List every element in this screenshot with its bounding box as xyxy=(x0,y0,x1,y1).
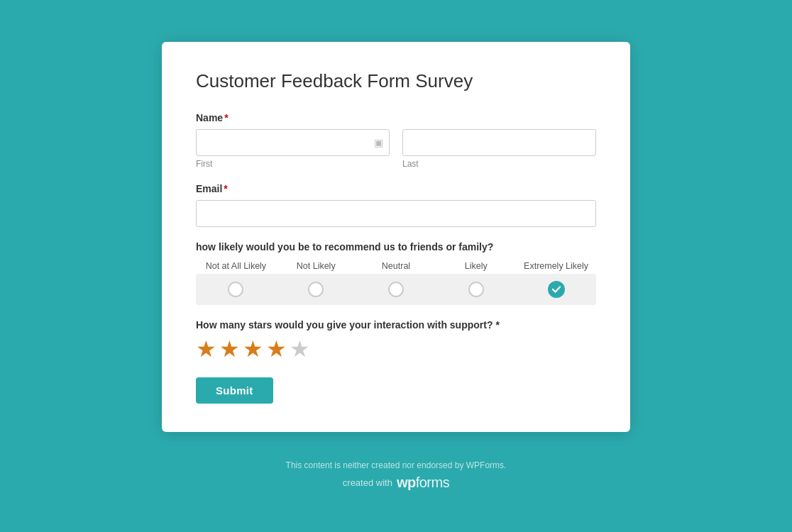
radio-circle-4-selected[interactable] xyxy=(548,281,565,298)
form-card: Customer Feedback Form Survey Name* ▣ Fi… xyxy=(162,42,630,432)
star-4[interactable]: ★ xyxy=(266,338,287,360)
name-required-star: * xyxy=(224,112,228,123)
email-field-group: Email* xyxy=(196,183,596,227)
radio-circle-2[interactable] xyxy=(388,282,404,297)
radio-circle-3[interactable] xyxy=(468,282,484,297)
first-input-wrapper: ▣ xyxy=(196,129,390,156)
option-label-3: Likely xyxy=(436,261,516,271)
page-wrapper: Customer Feedback Form Survey Name* ▣ Fi… xyxy=(0,0,792,532)
form-title: Customer Feedback Form Survey xyxy=(196,70,596,92)
submit-button[interactable]: Submit xyxy=(196,377,273,404)
radio-item-3[interactable] xyxy=(436,281,516,298)
option-label-4: Extremely Likely xyxy=(516,261,596,271)
likelihood-question: how likely would you be to recommend us … xyxy=(196,241,596,253)
name-label: Name* xyxy=(196,112,596,123)
first-sublabel: First xyxy=(196,159,390,169)
radio-item-0[interactable] xyxy=(196,281,276,298)
footer-disclaimer: This content is neither created nor endo… xyxy=(286,460,507,470)
star-2[interactable]: ★ xyxy=(219,338,240,360)
email-label: Email* xyxy=(196,183,596,194)
created-with-label: created with xyxy=(343,477,392,488)
radio-labels-row: Not at All Likely Not Likely Neutral Lik… xyxy=(196,261,596,271)
radio-circle-0[interactable] xyxy=(228,282,243,297)
radio-circle-1[interactable] xyxy=(308,282,324,297)
star-3[interactable]: ★ xyxy=(243,338,263,360)
radio-inputs-row xyxy=(196,274,596,305)
email-required-star: * xyxy=(224,183,227,194)
first-name-input[interactable] xyxy=(196,129,390,156)
name-field-group: Name* ▣ First Last xyxy=(196,112,596,169)
name-row: ▣ First Last xyxy=(196,129,596,169)
last-name-col: Last xyxy=(402,129,596,169)
likelihood-radio-group: Not at All Likely Not Likely Neutral Lik… xyxy=(196,261,596,305)
option-label-2: Neutral xyxy=(356,261,436,271)
first-name-col: ▣ First xyxy=(196,129,390,169)
option-label-0: Not at All Likely xyxy=(196,261,276,271)
email-input[interactable] xyxy=(196,200,596,227)
option-label-1: Not Likely xyxy=(276,261,356,271)
footer: This content is neither created nor endo… xyxy=(286,460,507,491)
last-sublabel: Last xyxy=(402,159,596,169)
wpforms-logo: wpforms xyxy=(397,475,449,491)
stars-section: How many stars would you give your inter… xyxy=(196,319,596,360)
radio-item-1[interactable] xyxy=(276,281,356,298)
likelihood-field-group: how likely would you be to recommend us … xyxy=(196,241,596,305)
radio-item-2[interactable] xyxy=(356,281,436,298)
stars-row[interactable]: ★ ★ ★ ★ ★ xyxy=(196,338,596,360)
checkmark-icon xyxy=(551,284,561,294)
autofill-icon: ▣ xyxy=(373,137,384,148)
last-name-input[interactable] xyxy=(402,129,596,156)
star-1[interactable]: ★ xyxy=(196,338,216,360)
footer-brand: created with wpforms xyxy=(286,475,507,491)
radio-item-4[interactable] xyxy=(516,281,596,298)
stars-question: How many stars would you give your inter… xyxy=(196,319,596,331)
star-5[interactable]: ★ xyxy=(290,338,310,360)
